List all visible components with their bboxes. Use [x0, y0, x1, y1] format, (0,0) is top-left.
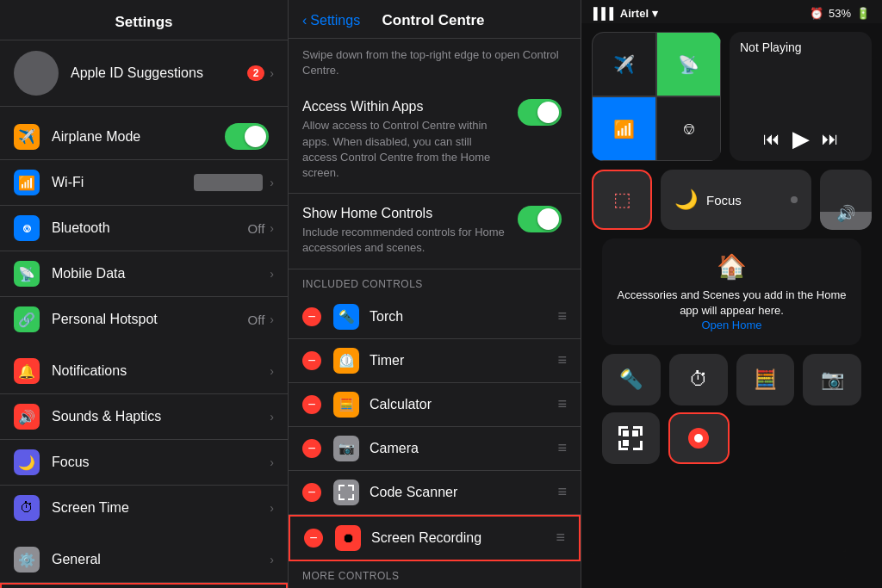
remove-calculator-button[interactable]: − [302, 395, 321, 414]
drag-handle-icon[interactable]: ≡ [557, 439, 567, 457]
settings-panel: Settings Apple ID Suggestions 2 › ✈️ Air… [0, 0, 289, 588]
airplane-label: Airplane Mode [52, 129, 225, 145]
spacer [738, 412, 796, 464]
focus-dot [791, 196, 798, 203]
settings-row-controlcentre[interactable]: Control Centre › [0, 583, 288, 588]
timer-button[interactable]: ⏱ [669, 354, 728, 405]
settings-row-bluetooth[interactable]: ⎊ Bluetooth Off › [0, 206, 288, 251]
drag-handle-icon[interactable]: ≡ [557, 395, 567, 413]
drag-handle-icon[interactable]: ≡ [557, 307, 567, 325]
now-playing-title: Not Playing [740, 40, 861, 54]
cc-access-toggle-row[interactable]: Access Within Apps Allow access to Contr… [289, 87, 581, 194]
settings-row-wifi[interactable]: 📶 Wi-Fi › [0, 160, 288, 206]
chevron-icon: › [270, 66, 274, 80]
calculator-icon: 🧮 [333, 392, 359, 418]
bluetooth-value: Off [248, 221, 265, 236]
carrier-name: Airtel [620, 7, 649, 20]
focus-card[interactable]: 🌙 Focus [661, 170, 811, 230]
remove-screenrecording-button[interactable]: − [304, 529, 323, 548]
bluetooth-chevron: › [270, 221, 274, 235]
drag-handle-icon[interactable]: ≡ [557, 351, 567, 369]
svg-rect-17 [618, 426, 621, 436]
mobile-icon: 📡 [14, 261, 40, 287]
remove-codescanner-button[interactable]: − [302, 483, 321, 502]
camera-button[interactable]: 📷 [803, 354, 861, 405]
cc-row-camera[interactable]: − 📷 Camera ≡ [289, 427, 581, 471]
focus-icon: 🌙 [14, 449, 40, 475]
codescanner-icon [333, 480, 359, 505]
remove-timer-button[interactable]: − [302, 351, 321, 370]
cc-home-toggle-row[interactable]: Show Home Controls Include recommended c… [289, 194, 581, 269]
hotspot-label: Personal Hotspot [52, 312, 248, 327]
settings-row-airplane[interactable]: ✈️ Airplane Mode [0, 114, 288, 160]
apple-id-text: Apple ID Suggestions [71, 65, 247, 81]
cc-row-calculator[interactable]: − 🧮 Calculator ≡ [289, 383, 581, 427]
wifi-cell[interactable]: 📶 [592, 96, 656, 161]
timer-label: Timer [370, 353, 557, 368]
minus-icon: − [309, 531, 317, 545]
battery-percent: 53% [829, 7, 851, 20]
screentime-chevron: › [270, 501, 274, 515]
settings-row-sounds[interactable]: 🔊 Sounds & Haptics › [0, 394, 288, 440]
bluetooth-cell[interactable]: ⎊ [656, 96, 721, 161]
svg-rect-25 [632, 430, 638, 436]
cellular-cell[interactable]: 📡 [656, 32, 721, 96]
back-label: Settings [310, 13, 360, 28]
cc-row-2: ⬚ 🌙 Focus 🔊 [592, 170, 872, 230]
screenrecording-icon: ⏺ [335, 525, 361, 551]
cc-home-sub: Include recommended controls for Home ac… [302, 225, 507, 256]
drag-handle-icon[interactable]: ≡ [557, 483, 567, 501]
general-chevron: › [270, 553, 274, 566]
cc-row-timer[interactable]: − ⏲️ Timer ≡ [289, 339, 581, 383]
wifi-value-bar [194, 174, 263, 191]
cc-description: Swipe down from the top-right edge to op… [289, 39, 581, 87]
settings-row-hotspot[interactable]: 🔗 Personal Hotspot Off › [0, 297, 288, 342]
calculator-button[interactable]: 🧮 [736, 354, 795, 405]
remove-torch-button[interactable]: − [302, 307, 321, 326]
signal-icon: ▌▌▌ [593, 7, 618, 20]
cc-row-screenrecording[interactable]: − ⏺ Screen Recording ≡ [289, 515, 581, 561]
notifications-icon: 🔔 [14, 358, 40, 384]
playback-controls: ⏮ ▶ ⏭ [740, 126, 861, 152]
apple-id-row[interactable]: Apple ID Suggestions 2 › [0, 40, 288, 107]
wifi-status-icon: ▾ [652, 7, 658, 20]
bottom-controls-row2 [592, 412, 872, 473]
drag-handle-icon[interactable]: ≡ [556, 529, 565, 547]
cc-back-button[interactable]: ‹ Settings [302, 13, 360, 28]
home-icon: 🏠 [616, 252, 848, 281]
now-playing-card[interactable]: Not Playing ⏮ ▶ ⏭ [730, 32, 872, 161]
cc-row-codescanner[interactable]: − Code Scanner ≡ [289, 471, 581, 515]
screen-mirror-button[interactable]: ⬚ [592, 170, 652, 230]
cc-top-row: ✈️ 📡 📶 ⎊ Not Playing ⏮ ▶ ⏭ [592, 32, 872, 161]
general-label: General [52, 552, 270, 567]
cc-home-label: Show Home Controls [302, 206, 507, 221]
settings-row-notifications[interactable]: 🔔 Notifications › [0, 349, 288, 394]
settings-row-focus[interactable]: 🌙 Focus › [0, 440, 288, 486]
next-button[interactable]: ⏭ [822, 129, 839, 149]
apple-id-name: Apple ID Suggestions [71, 65, 247, 81]
airplane-cell[interactable]: ✈️ [592, 32, 656, 96]
settings-row-mobile[interactable]: 📡 Mobile Data › [0, 251, 288, 297]
volume-slider[interactable]: 🔊 [820, 170, 872, 230]
cc-home-toggle[interactable] [518, 206, 562, 232]
torch-button[interactable]: 🔦 [602, 354, 661, 405]
screenrecording-label: Screen Recording [371, 530, 556, 546]
hotspot-icon: 🔗 [14, 306, 40, 332]
status-bar: ▌▌▌ Airtel ▾ ⏰ 53% 🔋 [581, 0, 882, 23]
cc-access-toggle[interactable] [518, 99, 562, 126]
prev-button[interactable]: ⏮ [763, 129, 780, 149]
qr-scanner-button[interactable] [602, 412, 660, 464]
svg-rect-11 [352, 485, 354, 491]
settings-row-general[interactable]: ⚙️ General › [0, 537, 288, 583]
settings-row-screentime[interactable]: ⏱ Screen Time › [0, 486, 288, 530]
play-button[interactable]: ▶ [792, 126, 810, 152]
cc-row-torch[interactable]: − 🔦 Torch ≡ [289, 295, 581, 339]
settings-title: Settings [115, 14, 172, 30]
airplane-toggle[interactable] [225, 123, 269, 150]
volume-icon: 🔊 [820, 204, 872, 230]
open-home-link[interactable]: Open Home [616, 319, 848, 331]
toggle-knob [245, 126, 266, 147]
screen-record-button[interactable] [668, 412, 730, 464]
remove-camera-button[interactable]: − [302, 439, 321, 458]
wifi-label: Wi-Fi [52, 175, 194, 190]
